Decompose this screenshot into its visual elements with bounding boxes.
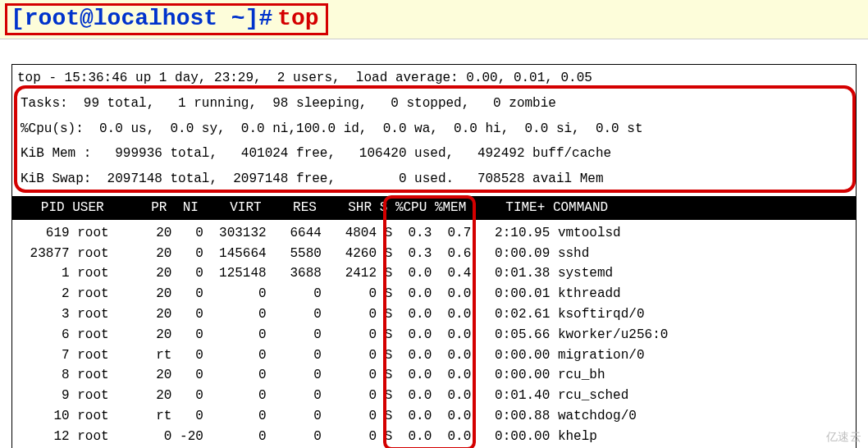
shell-prompt-box: [root@localhost ~]# top [5, 3, 328, 35]
cpu-line: %Cpu(s): 0.0 us, 0.0 sy, 0.0 ni,100.0 id… [16, 116, 852, 141]
shell-command: top [277, 6, 318, 31]
process-lines: 619 root 20 0 303132 6644 4804 S 0.3 0.7… [17, 220, 851, 448]
process-columns-header: PID USER PR NI VIRT RES SHR S %CPU %MEM … [12, 196, 856, 220]
watermark: 亿速云 [826, 430, 862, 445]
shell-prompt: [root@localhost ~]# [11, 6, 272, 31]
terminal-window[interactable]: top - 15:36:46 up 1 day, 23:29, 2 users,… [11, 64, 857, 448]
shell-prompt-bar: [root@localhost ~]# top [0, 0, 868, 39]
process-list: 619 root 20 0 303132 6644 4804 S 0.3 0.7… [12, 220, 856, 448]
top-summary-block: Tasks: 99 total, 1 running, 98 sleeping,… [16, 90, 852, 191]
tasks-line: Tasks: 99 total, 1 running, 98 sleeping,… [16, 90, 852, 116]
top-header-line: top - 15:36:46 up 1 day, 23:29, 2 users,… [12, 65, 856, 90]
mem-line: KiB Mem : 999936 total, 401024 free, 106… [16, 140, 852, 166]
swap-line: KiB Swap: 2097148 total, 2097148 free, 0… [16, 166, 852, 191]
